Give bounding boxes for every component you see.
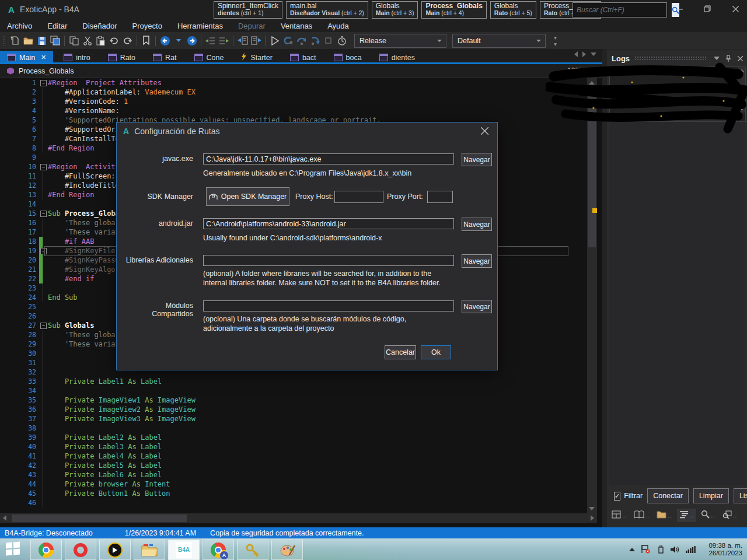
new-file-icon[interactable] (8, 34, 22, 47)
taskbar-item-b4a[interactable]: B4A (168, 540, 200, 560)
save-icon[interactable] (35, 34, 48, 47)
device-list-button[interactable]: Lista Pe (734, 488, 747, 503)
copy-icon[interactable] (67, 34, 81, 47)
run-icon[interactable] (268, 34, 281, 47)
dock-tab-book[interactable]: .. (631, 509, 652, 522)
comment-out-icon[interactable] (204, 34, 217, 47)
shared-modules-input[interactable] (203, 300, 454, 312)
dock-tab-search[interactable]: .. (699, 508, 718, 522)
log-vertical-scrollbar[interactable] (738, 67, 745, 113)
nav-caret-icon[interactable] (172, 34, 185, 47)
scrollbar-thumb[interactable] (12, 514, 187, 522)
search-box[interactable] (573, 2, 667, 18)
quick-jump-tab[interactable]: GlobalsRato (ctrl + 5) (490, 1, 536, 19)
redo-icon[interactable] (121, 34, 134, 47)
log-horizontal-scrollbar[interactable] (610, 114, 737, 121)
logs-menu-chevron-icon[interactable] (712, 54, 721, 63)
code-line[interactable]: 40 Private Label3 As Label (0, 442, 586, 452)
dock-tab-search-window[interactable]: .. (720, 509, 740, 522)
taskbar-item-chrome-a[interactable]: A (203, 540, 234, 560)
android-jar-path-input[interactable] (203, 218, 454, 229)
code-line[interactable]: 45 Private Button1 As Button (0, 489, 586, 498)
code-line[interactable]: 3 #VersionCode: 1 (0, 97, 586, 106)
start-button[interactable] (6, 542, 21, 556)
code-line[interactable]: 43 Private Label6 As Label (0, 470, 586, 480)
additional-libraries-input[interactable] (203, 255, 454, 266)
volume-icon[interactable] (671, 545, 680, 554)
code-line[interactable]: 36 Private ImageView2 As ImageView (0, 405, 586, 414)
code-line[interactable]: 33 Private Label1 As Label (0, 377, 586, 386)
action-center-flag-icon[interactable] (641, 545, 650, 554)
dock-tab-designer-grid[interactable]: .. (609, 509, 629, 522)
proxy-port-input[interactable] (427, 191, 453, 203)
connect-button[interactable]: Conectar (647, 488, 689, 503)
logs-panel-header[interactable]: Logs (607, 51, 747, 65)
restore-button[interactable] (696, 0, 719, 18)
scroll-right-icon[interactable] (591, 515, 594, 521)
cancel-button[interactable]: Cancelar (385, 345, 416, 359)
taskbar-item-opera[interactable] (65, 540, 96, 560)
code-line[interactable]: 37 Private ImageView3 As ImageView (0, 414, 586, 424)
tab-list-dropdown-icon[interactable] (591, 52, 596, 56)
code-line[interactable]: 46 (0, 498, 586, 508)
scrollbar-thumb[interactable] (588, 90, 596, 247)
paste-icon[interactable] (94, 34, 107, 47)
editor-horizontal-scrollbar[interactable] (0, 513, 597, 523)
toolbar-overflow-button[interactable]: ▾▾ (554, 34, 557, 47)
resume-icon[interactable] (281, 34, 295, 47)
quick-jump-tab[interactable]: Process_GlobalsMain (ctrl + 4) (421, 1, 486, 19)
power-battery-icon[interactable] (656, 545, 665, 554)
shared-modules-browse-button[interactable]: Navegar (462, 300, 492, 313)
open-sdk-manager-button[interactable]: Open SDK Manager (206, 187, 289, 206)
open-project-icon[interactable] (22, 34, 35, 47)
code-line[interactable]: 41 Private Label4 As Label (0, 452, 586, 461)
scroll-tabs-right-icon[interactable] (582, 51, 586, 57)
cut-icon[interactable] (81, 34, 94, 47)
quick-jump-tab[interactable]: main.balDiseñador Visual (ctrl + 2) (286, 1, 368, 19)
profiler-icon[interactable] (335, 34, 348, 47)
dock-tab-folder[interactable]: .. (654, 509, 675, 522)
code-line[interactable]: 4 #VersionName: (0, 106, 586, 116)
quick-jump-tab[interactable]: Spinner1_ItemClickdientes (ctrl + 1) (214, 1, 282, 19)
panel-splitter[interactable] (602, 49, 607, 528)
javac-browse-button[interactable]: Navegar (462, 153, 492, 166)
fold-collapse-icon[interactable]: − (40, 248, 47, 254)
fold-collapse-icon[interactable]: − (40, 80, 47, 86)
clear-button[interactable]: Limpiar (693, 488, 729, 503)
close-icon[interactable] (735, 54, 745, 63)
code-line[interactable]: 39 Private Label2 As Label (0, 433, 586, 442)
menu-item-herramientas[interactable]: Herramientas (177, 22, 223, 30)
scroll-up-icon[interactable] (739, 69, 745, 72)
menu-item-archivo[interactable]: Archivo (7, 22, 32, 30)
scroll-down-icon[interactable] (589, 507, 595, 510)
menu-item-editar[interactable]: Editar (47, 22, 67, 30)
code-line[interactable]: 35 Private ImageView1 As ImageView (0, 396, 586, 405)
menu-item-diseñador[interactable]: Diseñador (82, 22, 117, 30)
code-line[interactable]: 34 (0, 386, 586, 396)
proxy-host-input[interactable] (334, 191, 383, 203)
filter-checkbox[interactable]: ✓ (614, 492, 620, 501)
menu-item-proyecto[interactable]: Proyecto (132, 22, 162, 30)
clock[interactable]: 09:38 a. m. 26/01/2023 (701, 542, 742, 557)
javac-path-input[interactable] (203, 153, 454, 164)
taskbar-item-keys[interactable] (237, 540, 268, 560)
taskbar-item-chrome[interactable] (30, 540, 62, 560)
bookmark-icon[interactable] (139, 34, 153, 47)
menu-item-ayuda[interactable]: Ayuda (327, 22, 349, 30)
scroll-left-icon[interactable] (3, 515, 6, 521)
pin-icon[interactable] (724, 54, 733, 63)
step-over-icon[interactable] (295, 34, 308, 47)
editor-vertical-scrollbar[interactable] (587, 78, 597, 513)
dialog-close-icon[interactable] (481, 127, 489, 135)
fold-collapse-icon[interactable]: − (40, 211, 47, 217)
scrollbar-thumb[interactable] (633, 115, 659, 120)
fold-collapse-icon[interactable]: − (40, 323, 47, 329)
minimize-button[interactable] (668, 0, 691, 18)
logs-drag-handle[interactable] (634, 56, 707, 61)
network-signal-icon[interactable] (686, 545, 696, 553)
code-line[interactable]: 42 Private Label5 As Label (0, 461, 586, 470)
build-configuration-dropdown[interactable]: Release (354, 34, 446, 48)
nav-back-icon[interactable] (158, 34, 172, 47)
taskbar-item-aimp[interactable] (99, 540, 131, 560)
search-input[interactable] (573, 3, 672, 17)
